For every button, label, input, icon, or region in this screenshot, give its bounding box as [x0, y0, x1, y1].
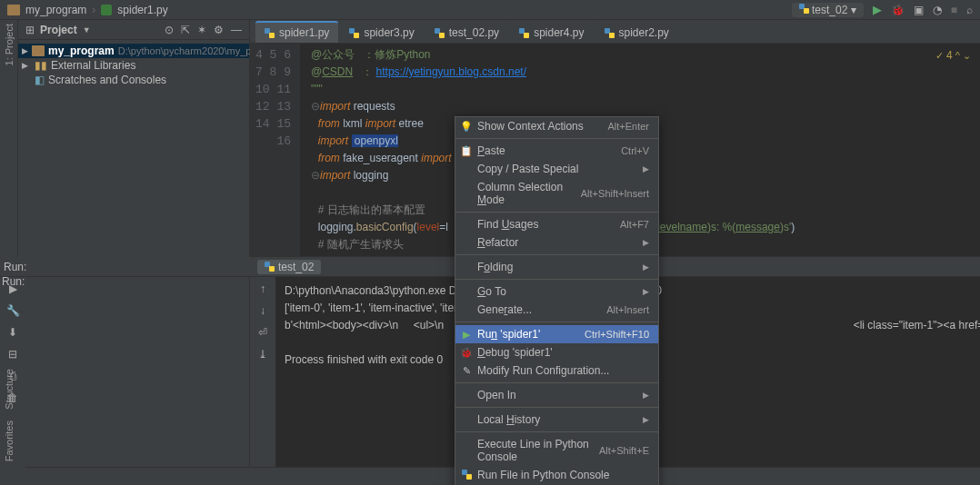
- menu-separator: [455, 212, 658, 213]
- menu-separator: [455, 254, 658, 255]
- console-line: Process finished with exit code 0: [285, 353, 443, 366]
- fold-indicator[interactable]: ⊖: [311, 169, 320, 182]
- project-view-icon[interactable]: ⊞: [25, 24, 35, 36]
- editor-tab[interactable]: spider2.py: [595, 21, 678, 43]
- editor-tabs: spider1.py spider3.py test_02.py spider4…: [250, 20, 980, 44]
- search-icon[interactable]: ⌕: [966, 4, 973, 16]
- code-text: ua: [318, 255, 334, 256]
- menu-separator: [455, 138, 658, 139]
- breadcrumb-project[interactable]: my_program: [25, 4, 86, 16]
- settings-icon[interactable]: ⚙: [214, 24, 224, 36]
- menu-modify-run-config[interactable]: ✎Modify Run Configuration...: [455, 361, 658, 380]
- debug-icon[interactable]: 🐞: [891, 4, 905, 16]
- expand-icon[interactable]: ⇱: [181, 24, 190, 36]
- navigation-bar: my_program › spider1.py test_02 ▾ ▶ 🐞 ▣ …: [0, 0, 980, 20]
- wrap-icon[interactable]: ⏎: [258, 326, 267, 339]
- submenu-arrow-icon: ▶: [643, 415, 649, 424]
- project-panel: ⊞ Project ▼ ⊙ ⇱ ✶ ⚙ — ▶ my_program D:\py…: [18, 20, 250, 467]
- tab-label: spider2.py: [619, 26, 669, 39]
- breadcrumb-separator: ›: [92, 4, 95, 16]
- code-text: logging.: [318, 221, 356, 233]
- scroll-icon[interactable]: ⤓: [258, 348, 267, 361]
- favorites-tool-button[interactable]: Favorites: [4, 421, 15, 461]
- menu-open-in[interactable]: Open In▶: [455, 386, 658, 404]
- run-icon[interactable]: ▶: [873, 3, 882, 16]
- menu-show-context-actions[interactable]: 💡Show Context ActionsAlt+Enter: [455, 117, 658, 135]
- shortcut: Alt+Shift+E: [599, 445, 649, 456]
- project-panel-tools: ⊙ ⇱ ✶ ⚙ —: [165, 24, 242, 36]
- code-text: UserAgent: [340, 255, 395, 256]
- console-line: <li class="item-1"><a href="link2.html">…: [826, 319, 980, 332]
- project-tool-button[interactable]: 1: Project: [4, 24, 15, 65]
- run-config-tab[interactable]: test_02: [257, 260, 321, 274]
- python-icon: [435, 28, 445, 38]
- python-icon: [460, 470, 473, 481]
- menu-folding[interactable]: Folding▶: [455, 258, 658, 276]
- profiler-icon[interactable]: ◔: [933, 4, 942, 16]
- editor-tab[interactable]: spider3.py: [340, 21, 423, 43]
- keyword: import: [318, 134, 348, 147]
- editor-tab[interactable]: spider4.py: [510, 21, 593, 43]
- select-opened-icon[interactable]: ⊙: [165, 24, 174, 36]
- keyword: import: [320, 169, 350, 182]
- project-panel-header: ⊞ Project ▼ ⊙ ⇱ ✶ ⚙ —: [18, 20, 249, 40]
- project-tree: ▶ my_program D:\python\pycharm2020\my_pr…: [18, 40, 249, 91]
- menu-run[interactable]: ▶Run 'spider1'Ctrl+Shift+F10: [455, 325, 658, 343]
- scratches-row[interactable]: ◧ Scratches and Consoles: [18, 73, 249, 87]
- python-icon: [799, 4, 809, 14]
- shortcut: Ctrl+V: [621, 145, 649, 156]
- tab-label: spider4.py: [534, 26, 584, 39]
- external-libraries-row[interactable]: ▶ ▮▮ External Libraries: [18, 58, 249, 73]
- inspection-indicator[interactable]: ✓ 4 ^ ⌄: [935, 49, 971, 62]
- coverage-icon[interactable]: ▣: [914, 4, 924, 16]
- menu-label: Execute Line in Python Console: [477, 438, 599, 463]
- collapse-icon[interactable]: ✶: [197, 24, 206, 36]
- shortcut: Alt+Insert: [606, 304, 649, 315]
- warning-count: 4: [946, 49, 953, 62]
- editor-tab[interactable]: test_02.py: [425, 21, 508, 43]
- expand-arrow-icon[interactable]: ▶: [22, 46, 28, 55]
- code-text: logging: [350, 169, 388, 182]
- project-root-row[interactable]: ▶ my_program D:\python\pycharm2020\my_pr…: [18, 44, 249, 58]
- tab-label: spider1.py: [279, 26, 329, 39]
- scratches-icon: ◧: [35, 74, 45, 86]
- project-panel-title[interactable]: Project: [40, 24, 77, 36]
- code-text: lxml: [340, 117, 365, 130]
- breadcrumb-file[interactable]: spider1.py: [117, 4, 167, 16]
- down-icon[interactable]: ↓: [260, 304, 265, 317]
- expand-arrow-icon[interactable]: ▶: [22, 61, 31, 70]
- up-icon[interactable]: ↑: [260, 282, 265, 295]
- menu-run-file-console[interactable]: Run File in Python Console: [455, 466, 658, 484]
- fold-indicator[interactable]: ⊖: [311, 100, 320, 113]
- run-config-selector[interactable]: test_02 ▾: [792, 3, 864, 17]
- edit-icon: ✎: [460, 365, 473, 377]
- menu-refactor[interactable]: Refactor▶: [455, 233, 658, 252]
- dropdown-arrow-icon[interactable]: ▼: [83, 25, 91, 35]
- menu-execute-line[interactable]: Execute Line in Python ConsoleAlt+Shift+…: [455, 435, 658, 466]
- code-text: ：: [353, 65, 375, 78]
- editor-tab[interactable]: spider1.py: [255, 21, 338, 43]
- menu-label: Show Context Actions: [477, 120, 584, 133]
- line-gutter[interactable]: 4 5 6 7 8 9 10 11 12 13 14 15 16: [250, 44, 300, 256]
- bulb-icon: 💡: [460, 121, 473, 133]
- stop-icon[interactable]: ■: [951, 4, 957, 16]
- structure-tool-button[interactable]: Structure: [4, 369, 15, 410]
- menu-column-mode[interactable]: Column Selection ModeAlt+Shift+Insert: [455, 178, 658, 209]
- menu-copy-paste-special[interactable]: Copy / Paste Special▶: [455, 160, 658, 178]
- menu-goto[interactable]: Go To▶: [455, 282, 658, 301]
- menu-debug[interactable]: 🐞Debug 'spider1': [455, 343, 658, 361]
- menu-label: Modify Run Configuration...: [477, 364, 609, 377]
- code-text: )s: %(: [707, 221, 735, 233]
- tab-label: spider3.py: [364, 26, 414, 39]
- editor-context-menu: 💡Show Context ActionsAlt+Enter 📋PasteCtr…: [455, 116, 659, 485]
- menu-local-history[interactable]: Local History▶: [455, 411, 658, 429]
- menu-paste[interactable]: 📋PasteCtrl+V: [455, 142, 658, 160]
- python-icon: [605, 28, 615, 38]
- hide-icon[interactable]: —: [231, 24, 242, 36]
- menu-generate[interactable]: Generate...Alt+Insert: [455, 301, 658, 319]
- project-folder-icon: [7, 5, 20, 15]
- code-text: )s': [780, 221, 791, 233]
- menu-find-usages[interactable]: Find UsagesAlt+F7: [455, 215, 658, 233]
- run-icon: ▶: [460, 329, 473, 341]
- code-link[interactable]: https://yetingyun.blog.csdn.net/: [376, 65, 526, 78]
